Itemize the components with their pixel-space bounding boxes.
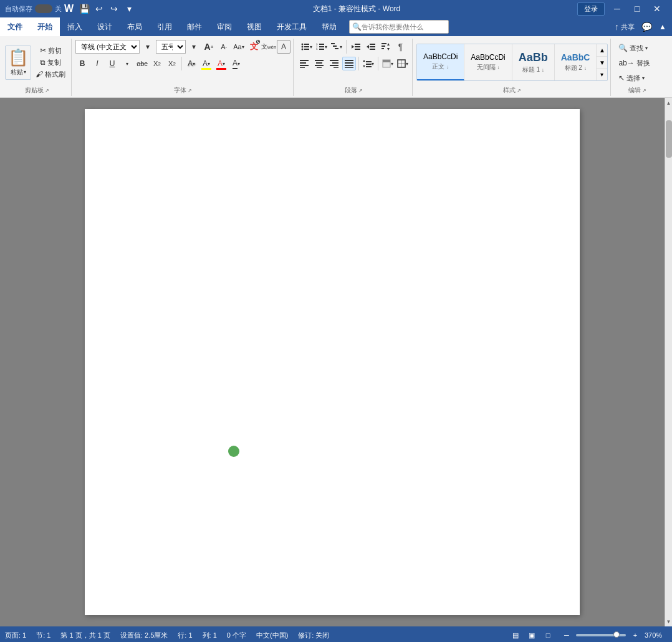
styles-expand[interactable]: ↗ — [517, 88, 521, 93]
highlight-bar — [201, 68, 211, 70]
read-view-button[interactable]: ▤ — [509, 628, 522, 642]
title-bar-left: 自动保存 关 W 💾 ↩ ↪ ▾ — [5, 2, 136, 16]
menu-item-insert[interactable]: 插入 — [60, 17, 90, 36]
underline-dropdown[interactable]: ▾ — [120, 57, 134, 70]
svg-rect-1 — [304, 44, 309, 45]
align-center-button[interactable] — [312, 57, 326, 70]
menu-item-view[interactable]: 视图 — [239, 17, 269, 36]
line-spacing-button[interactable]: ▾ — [362, 57, 375, 70]
customize-qat-button[interactable]: ▾ — [122, 2, 136, 16]
italic-button[interactable]: I — [90, 57, 104, 70]
print-view-button[interactable]: ▣ — [525, 628, 539, 642]
svg-rect-32 — [315, 60, 324, 61]
font-name-dropdown[interactable]: ▾ — [141, 40, 155, 54]
login-button[interactable]: 登录 — [577, 2, 605, 16]
show-marks-button[interactable]: ¶ — [394, 40, 408, 54]
menu-item-review[interactable]: 审阅 — [209, 17, 239, 36]
justify-button[interactable] — [342, 57, 356, 70]
menu-item-file[interactable]: 文件 — [0, 17, 30, 36]
replace-button[interactable]: ab→ 替换 — [615, 56, 653, 70]
find-button[interactable]: 🔍 查找 ▾ — [615, 41, 651, 55]
clear-format-button[interactable]: 文 ⊘ — [247, 40, 261, 54]
font-color-button[interactable]: A ▾ — [214, 57, 228, 70]
font-size-select[interactable]: 五号 — [156, 40, 186, 54]
share-button[interactable]: ↑ 共享 — [615, 22, 635, 32]
find-dropdown[interactable]: ▾ — [645, 46, 648, 51]
numbering-button[interactable]: 1.2.3. ▾ — [315, 40, 329, 54]
superscript-button[interactable]: X2 — [165, 57, 179, 70]
search-box[interactable]: 🔍 — [349, 20, 449, 34]
style-no-space[interactable]: AaBbCcDi 无间隔 ↓ — [464, 44, 512, 80]
font-size-dropdown[interactable]: ▾ — [187, 40, 201, 54]
align-left-button[interactable] — [297, 57, 311, 70]
case-button[interactable]: Aa▾ — [232, 40, 246, 54]
borders-button[interactable]: ▾ — [396, 57, 410, 70]
editing-expand[interactable]: ↗ — [642, 88, 646, 93]
menu-item-mailings[interactable]: 邮件 — [180, 17, 209, 36]
comments-button[interactable]: 💬 — [640, 20, 653, 34]
shading-button[interactable]: ▾ — [381, 57, 395, 70]
web-view-button[interactable]: □ — [541, 628, 555, 642]
style-scroll-down[interactable]: ▼ — [597, 57, 607, 69]
ribbon-collapse-button[interactable]: ▲ — [653, 17, 672, 36]
menu-item-design[interactable]: 设计 — [90, 17, 120, 36]
page-label: 页面: 1 — [5, 631, 26, 640]
undo-button[interactable]: ↩ — [92, 2, 106, 16]
clipboard-expand[interactable]: ↗ — [45, 88, 49, 93]
style-scroll-up[interactable]: ▲ — [597, 44, 607, 57]
align-right-button[interactable] — [327, 57, 341, 70]
style-heading1[interactable]: AaBb 标题 1 ↓ — [512, 44, 555, 80]
font-name-select[interactable]: 等线 (中文正文 — [75, 40, 140, 54]
style-normal[interactable]: AaBbCcDi 正文 ↓ — [417, 44, 464, 80]
scroll-up-button[interactable]: ▲ — [665, 98, 673, 108]
restore-button[interactable]: □ — [627, 2, 647, 15]
document-area[interactable] — [0, 98, 665, 626]
text-effect-button[interactable]: A▾ — [185, 57, 198, 70]
bold-button[interactable]: B — [75, 57, 89, 70]
format-painter-button[interactable]: 🖌 格式刷 — [32, 69, 69, 80]
minimize-button[interactable]: ─ — [607, 2, 627, 15]
save-button[interactable]: 💾 — [77, 2, 91, 16]
multilevel-list-button[interactable]: ▾ — [330, 40, 343, 54]
grow-font-button[interactable]: A+ — [202, 40, 216, 54]
zoom-in-button[interactable]: + — [628, 628, 642, 642]
menu-item-home[interactable]: 开始 — [30, 17, 60, 36]
menu-item-developer[interactable]: 开发工具 — [269, 17, 314, 36]
document-page[interactable] — [85, 109, 580, 615]
vertical-scrollbar[interactable]: ▲ ▼ — [665, 98, 672, 626]
select-button[interactable]: ↖ 选择 ▾ — [615, 71, 648, 85]
style-heading2[interactable]: AaBbC 标题 2 ↓ — [555, 44, 597, 80]
strikethrough-button[interactable]: abc — [135, 57, 149, 70]
redo-button[interactable]: ↪ — [107, 2, 121, 16]
phonetics-button[interactable]: A — [277, 40, 290, 54]
svg-rect-42 — [345, 65, 353, 66]
highlight-button[interactable]: A ▾ — [199, 57, 213, 70]
select-dropdown[interactable]: ▾ — [642, 75, 645, 81]
auto-save-toggle[interactable] — [35, 4, 52, 13]
increase-indent-button[interactable] — [364, 40, 378, 54]
underline-button[interactable]: U — [105, 57, 119, 70]
menu-item-help[interactable]: 帮助 — [314, 17, 344, 36]
zoom-slider[interactable] — [576, 634, 626, 636]
menu-item-references[interactable]: 引用 — [150, 17, 180, 36]
style-more[interactable]: ▾ — [597, 69, 607, 80]
zoom-out-button[interactable]: ─ — [560, 628, 574, 642]
cut-button[interactable]: ✂ 剪切 — [32, 46, 69, 56]
close-button[interactable]: ✕ — [647, 2, 667, 15]
decrease-indent-button[interactable] — [349, 40, 363, 54]
border-bottom-button[interactable]: A ▾ — [229, 57, 243, 70]
subscript-button[interactable]: X2 — [150, 57, 164, 70]
font-expand[interactable]: ↗ — [188, 88, 192, 93]
sort-button[interactable] — [379, 40, 393, 54]
copy-button[interactable]: ⧉ 复制 — [32, 57, 69, 68]
scroll-track[interactable] — [665, 108, 673, 616]
shrink-font-button[interactable]: A- — [217, 40, 231, 54]
menu-item-layout[interactable]: 布局 — [120, 17, 150, 36]
scroll-thumb[interactable] — [666, 120, 672, 158]
paragraph-expand[interactable]: ↗ — [358, 88, 363, 93]
wubi-button[interactable]: 文wén — [262, 40, 276, 54]
paste-button[interactable]: 📋 粘贴 ▾ — [5, 46, 31, 80]
scroll-down-button[interactable]: ▼ — [665, 616, 673, 626]
bullets-button[interactable]: ▾ — [300, 40, 314, 54]
search-input[interactable] — [362, 23, 443, 31]
